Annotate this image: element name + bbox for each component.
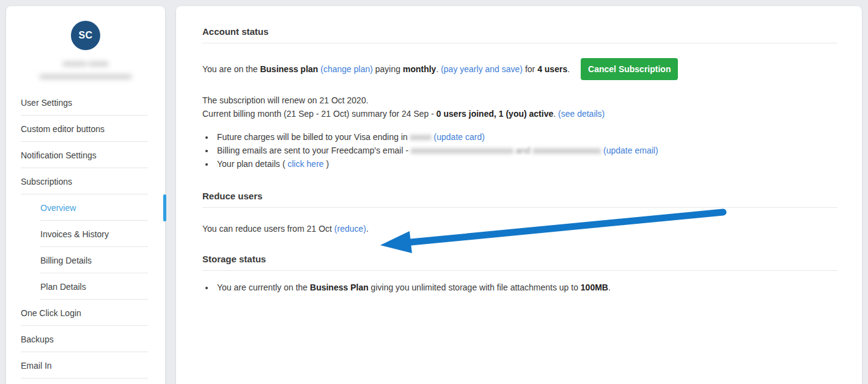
reduce-users-heading: Reduce users: [202, 191, 837, 201]
sidebar-menu: User Settings Custom editor buttons Noti…: [6, 89, 165, 378]
storage-status-heading: Storage status: [202, 254, 837, 264]
visa-digits-redacted: xxxxx: [410, 132, 432, 142]
sidebar-item-custom-editor-buttons[interactable]: Custom editor buttons: [6, 116, 165, 142]
account-status-bullets: Future charges will be billed to your Vi…: [202, 130, 837, 171]
billing-email-1-redacted: xxxxxxxxxxxxxxxxxxxxxxxx: [411, 146, 513, 155]
user-email-redacted: xxxxxxxxxxxxxxxxxxxxxxxxx: [6, 72, 165, 81]
plan-summary-text: You are on the Business plan (change pla…: [202, 64, 570, 74]
avatar-initials: SC: [78, 30, 92, 41]
sidebar-item-plan-details[interactable]: Plan Details: [6, 273, 165, 300]
user-name-redacted: xxxxxx xxxxx: [6, 59, 165, 68]
billing-month-line: Current billing month (21 Sep - 21 Oct) …: [202, 107, 837, 120]
billing-email-2-redacted: xxxxxxxxxxxxxxxx: [532, 146, 601, 155]
subscription-overview-panel: Account status You are on the Business p…: [176, 6, 862, 384]
storage-plan-bullet: You are currently on the Business Plan g…: [215, 281, 837, 294]
sidebar-item-subscriptions[interactable]: Subscriptions: [6, 168, 165, 194]
see-details-link[interactable]: (see details): [558, 109, 605, 119]
sidebar-item-one-click-login[interactable]: One Click Login: [6, 300, 165, 326]
sidebar-item-invoices-history[interactable]: Invoices & History: [6, 221, 165, 247]
sidebar-item-backups[interactable]: Backups: [6, 326, 165, 352]
account-status-heading: Account status: [202, 26, 837, 37]
update-card-link[interactable]: (update card): [434, 132, 485, 142]
renewal-info: The subscription will renew on 21 Oct 20…: [202, 94, 837, 120]
subscription-settings-page: { "colors": { "page_bg": "#e9ebee", "ava…: [0, 0, 868, 384]
click-here-link[interactable]: click here: [287, 159, 323, 169]
update-email-link[interactable]: (update email): [603, 146, 658, 155]
sidebar-item-notification-settings[interactable]: Notification Settings: [6, 142, 165, 168]
plan-details-bullet: Your plan details ( click here ): [215, 157, 837, 171]
section-divider: [202, 270, 837, 271]
sidebar-item-billing-details[interactable]: Billing Details: [6, 247, 165, 273]
billing-emails-bullet: Billing emails are sent to your Freedcam…: [215, 144, 837, 157]
sidebar-item-email-in[interactable]: Email In: [6, 352, 165, 378]
settings-sidebar: SC xxxxxx xxxxx xxxxxxxxxxxxxxxxxxxxxxxx…: [6, 6, 165, 384]
future-charges-bullet: Future charges will be billed to your Vi…: [215, 130, 837, 144]
storage-status-bullets: You are currently on the Business Plan g…: [202, 281, 837, 294]
reduce-users-line: You can reduce users from 21 Oct (reduce…: [202, 224, 837, 234]
sidebar-item-overview[interactable]: Overview: [6, 194, 165, 221]
section-divider: [202, 43, 837, 43]
section-divider: [202, 207, 837, 208]
change-plan-link[interactable]: (change plan): [320, 64, 373, 74]
pay-yearly-link[interactable]: (pay yearly and save): [441, 64, 523, 74]
sidebar-item-user-settings[interactable]: User Settings: [6, 89, 165, 116]
reduce-link[interactable]: (reduce): [334, 224, 366, 234]
plan-summary-row: You are on the Business plan (change pla…: [202, 58, 837, 80]
avatar: SC: [71, 21, 100, 50]
active-item-indicator: [163, 194, 166, 221]
renew-line: The subscription will renew on 21 Oct 20…: [202, 94, 837, 107]
cancel-subscription-button[interactable]: Cancel Subscription: [581, 58, 678, 80]
